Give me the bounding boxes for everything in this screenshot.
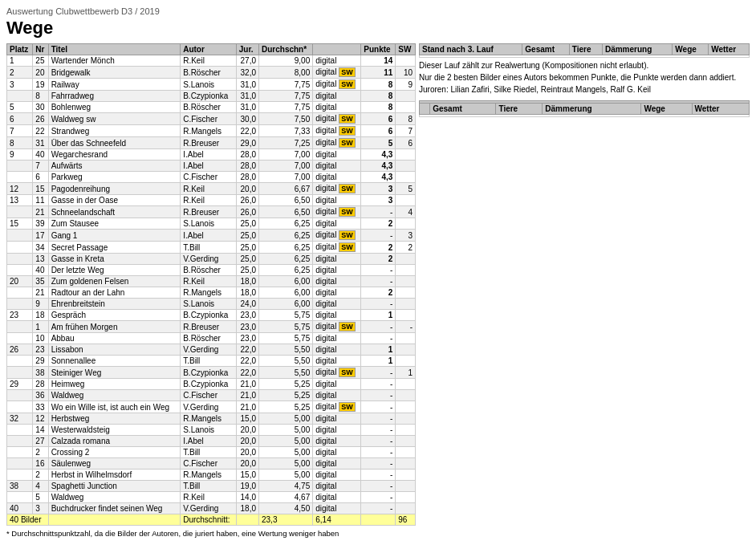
cell: 14 [361,55,396,67]
table-row: 220BridgewalkB.Röscher32,08,00digital SW… [7,67,416,79]
cell: R.Mangels [181,125,237,137]
col-punkte: Punkte [361,44,396,55]
table-row: 9EhrenbreitsteinS.Lanois24,06,00digital … [7,299,416,310]
cell [7,230,33,242]
cell: C.Fischer [181,390,237,401]
cell [7,242,33,254]
cell: 7,00 [259,172,313,183]
cell: 13 [7,195,33,206]
right-panel: Stand nach 3. Lauf Gesamt Tiere Dämmerun… [419,43,750,538]
cell: 6 [33,172,48,183]
main-title: Wege [6,18,750,39]
cell: 8 [361,79,396,91]
sw-col-gesamt: Gesamt [430,104,496,115]
cell: 7,75 [259,102,313,113]
cell: 25,0 [236,230,258,242]
cell: digital [313,436,361,447]
cell: 15,0 [236,413,258,425]
cell: digital [313,195,361,206]
table-row: 40Der letzte WegB.Röscher25,06,25digital… [7,265,416,276]
cell: digital [313,481,361,492]
cell [396,379,416,390]
cell: 6,25 [259,218,313,230]
cell: digital [313,299,361,310]
cell [7,206,33,218]
cell: B.Czypionka [181,310,237,321]
cell: 5,25 [259,379,313,390]
cell: 1 [361,344,396,356]
col-autor: Autor [181,44,237,55]
table-row: 33Wo ein Wille ist, ist auch ein WegV.Ge… [7,401,416,413]
cell: 6,00 [259,287,313,299]
cell: - [361,230,396,242]
cell: digital SW [313,79,361,91]
cell [396,503,416,514]
cell: 5,50 [259,344,313,356]
table-row: 2318GesprächB.Czypionka23,05,75digital 1 [7,310,416,321]
table-row: 1215PagodenreihungR.Keil20,06,67digital … [7,183,416,195]
footer-note: * Durchschnittspunktzahl, da die Bilder … [6,529,416,538]
cell: - [361,425,396,436]
cell [7,91,33,102]
cell: Gasse in der Oase [48,195,181,206]
table-row: 6ParkwegC.Fischer28,07,00digital 4,3 [7,172,416,183]
cell [7,436,33,447]
cell: 6,25 [259,265,313,276]
juroren: Juroren: Lilian Zafiri, Silke Riedel, Re… [419,85,750,94]
cell: Spaghetti Junction [48,481,181,492]
cell: digital [313,149,361,161]
cell: 2 [361,218,396,230]
cell: Crossing 2 [48,447,181,458]
cell: - [361,447,396,458]
table-row: 2Crossing 2T.Bill20,05,00digital - [7,447,416,458]
cell: Bohlenweg [48,102,181,113]
cell: C.Fischer [181,172,237,183]
cell [7,356,33,367]
cell: digital [313,254,361,265]
cell: 6,25 [259,254,313,265]
cell [396,481,416,492]
cell: B.Röscher [181,67,237,79]
cell [396,458,416,470]
cell [396,102,416,113]
col-avg: Durchschn* [259,44,313,55]
col-jur: Jur. [236,44,258,55]
cell: - [396,321,416,333]
cell: Heimweg [48,379,181,390]
cell: Wegarchesrand [48,149,181,161]
cell: 16 [33,458,48,470]
cell [396,91,416,102]
cell: 33 [33,401,48,413]
cell: 4,3 [361,161,396,172]
footer-avg2 [236,514,258,526]
cell: Waldweg [48,492,181,503]
cell [396,390,416,401]
footer-avg1: Durchschnitt: [181,514,237,526]
cell: 18,0 [236,503,258,514]
cell: B.Röscher [181,102,237,113]
cell: digital SW [313,113,361,125]
cell: 7 [7,125,33,137]
cell: V.Gerding [181,401,237,413]
cell: 18,0 [236,276,258,287]
cell [396,425,416,436]
cell: 20,0 [236,436,258,447]
col-tag [313,44,361,55]
cell: digital [313,356,361,367]
cell [7,470,33,481]
cell: digital [313,492,361,503]
cell: - [361,470,396,481]
cell: Gespräch [48,310,181,321]
cell: Ehrenbreitstein [48,299,181,310]
col-wege: Wege [673,44,709,55]
cell: Lissabon [48,344,181,356]
cell: digital [313,172,361,183]
cell: digital [313,344,361,356]
cell [396,218,416,230]
cell: 9 [396,79,416,91]
cell: 12 [33,413,48,425]
cell: 5,75 [259,310,313,321]
table-row: 13Gasse in KretaV.Gerding25,06,25digital… [7,254,416,265]
cell: 8 [361,102,396,113]
cell: 7,75 [259,79,313,91]
